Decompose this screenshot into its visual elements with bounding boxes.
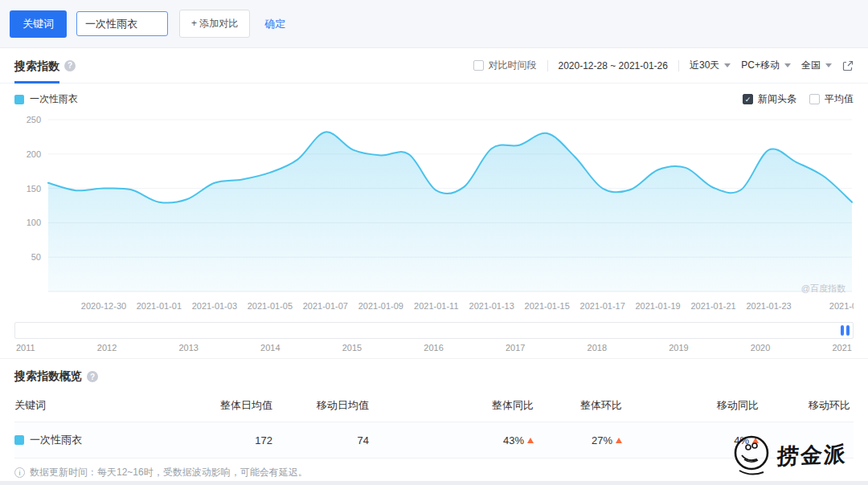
svg-text:2021-01-01: 2021-01-01 bbox=[137, 301, 182, 311]
timeline-year: 2015 bbox=[342, 343, 362, 353]
svg-text:2021-01-17: 2021-01-17 bbox=[580, 301, 625, 311]
date-range-control[interactable]: 2020-12-28 ~ 2021-01-26 bbox=[559, 60, 668, 71]
compare-period-label: 对比时间段 bbox=[489, 59, 537, 72]
timeline-year: 2020 bbox=[751, 343, 770, 353]
table-cell-mobile-daily-avg: 74 bbox=[276, 434, 372, 446]
average-value-checkbox[interactable]: 平均值 bbox=[809, 92, 854, 106]
keyword-color-swatch bbox=[14, 435, 24, 445]
svg-text:2021-01-23: 2021-01-23 bbox=[746, 301, 791, 311]
page-bottom-strip bbox=[0, 481, 868, 485]
note-text: 数据更新时间：每天12~16时，受数据波动影响，可能会有延迟。 bbox=[30, 466, 308, 479]
keyword-input[interactable]: 一次性雨衣 bbox=[76, 11, 168, 36]
news-headlines-label: 新闻头条 bbox=[758, 92, 796, 106]
search-index-card: 搜索指数 ? 对比时间段 2020-12-28 ~ 2021-01-26 近30… bbox=[0, 48, 868, 485]
device-select[interactable]: PC+移动 bbox=[741, 59, 791, 72]
column-header: 整体同比 bbox=[372, 398, 537, 413]
baidu-index-watermark: @百度指数 bbox=[801, 283, 845, 295]
table-cell-keyword: 一次性雨衣 bbox=[14, 433, 199, 447]
up-arrow-icon bbox=[752, 438, 759, 443]
table-cell-overall-mom: 27% bbox=[537, 434, 625, 446]
timeline-handle[interactable] bbox=[841, 325, 850, 336]
timeline-years: 2011201220132014201520162017201820192020… bbox=[14, 339, 854, 358]
up-arrow-icon bbox=[527, 438, 534, 443]
svg-text:50: 50 bbox=[31, 252, 41, 262]
svg-text:2021-01-09: 2021-01-09 bbox=[358, 301, 403, 311]
checkbox-box bbox=[809, 94, 820, 104]
table-cell-mobile-yoy: 4% bbox=[625, 434, 762, 446]
tab-search-index[interactable]: 搜索指数 bbox=[14, 48, 59, 84]
table-cell-overall-daily-avg: 172 bbox=[199, 434, 276, 446]
column-header: 移动同比 bbox=[625, 398, 762, 413]
overview-section: 搜索指数概览 ? 关键词整体日均值移动日均值整体同比整体环比移动同比移动环比 一… bbox=[0, 358, 868, 459]
range-select-value: 近30天 bbox=[690, 59, 719, 72]
search-index-chart[interactable]: 501001502002502020-12-302021-01-012021-0… bbox=[0, 108, 868, 317]
column-header: 关键词 bbox=[14, 398, 199, 413]
table-row[interactable]: 一次性雨衣 172 74 43% 27% 4% bbox=[14, 422, 854, 459]
keyword-button[interactable]: 关键词 bbox=[10, 10, 67, 38]
timeline-track[interactable] bbox=[14, 322, 854, 339]
svg-text:250: 250 bbox=[27, 115, 41, 124]
svg-text:2021-01-13: 2021-01-13 bbox=[469, 301, 514, 311]
overview-title: 搜索指数概览 bbox=[14, 369, 82, 384]
timeline-year: 2021 bbox=[832, 343, 851, 353]
keyword-input-value: 一次性雨衣 bbox=[85, 17, 137, 31]
svg-text:200: 200 bbox=[27, 149, 41, 159]
table-cell-overall-yoy: 43% bbox=[372, 434, 537, 446]
divider bbox=[547, 60, 548, 71]
help-icon[interactable]: ? bbox=[64, 60, 76, 71]
column-header: 整体环比 bbox=[537, 398, 625, 413]
timeline-year: 2018 bbox=[588, 343, 607, 353]
line-chart-canvas[interactable]: 501001502002502020-12-302021-01-012021-0… bbox=[14, 110, 854, 317]
svg-text:2021-01-03: 2021-01-03 bbox=[192, 301, 237, 311]
svg-text:2021-01-26: 2021-01-26 bbox=[829, 301, 854, 311]
chevron-down-icon bbox=[825, 63, 832, 67]
table-header-row: 关键词整体日均值移动日均值整体同比整体环比移动同比移动环比 bbox=[14, 391, 854, 422]
svg-text:2021-01-07: 2021-01-07 bbox=[303, 301, 348, 311]
column-header: 移动环比 bbox=[762, 398, 854, 413]
legend-label: 一次性雨衣 bbox=[30, 92, 78, 106]
help-icon[interactable]: ? bbox=[87, 371, 98, 382]
svg-text:2021-01-15: 2021-01-15 bbox=[525, 301, 570, 311]
card-header: 搜索指数 ? 对比时间段 2020-12-28 ~ 2021-01-26 近30… bbox=[0, 48, 868, 84]
up-arrow-icon bbox=[616, 438, 622, 443]
baidu-index-page: 关键词 一次性雨衣 + 添加对比 确定 搜索指数 ? 对比时间段 2020-12… bbox=[0, 0, 868, 485]
svg-text:2021-01-11: 2021-01-11 bbox=[414, 301, 458, 311]
legend-item[interactable]: 一次性雨衣 bbox=[14, 92, 78, 106]
external-link-icon[interactable] bbox=[842, 60, 854, 71]
divider bbox=[678, 60, 679, 71]
timeline-year: 2014 bbox=[260, 343, 280, 353]
region-select[interactable]: 全国 bbox=[801, 59, 832, 72]
add-compare-button[interactable]: + 添加对比 bbox=[179, 10, 250, 38]
timeline-year: 2013 bbox=[178, 343, 198, 353]
svg-text:2021-01-05: 2021-01-05 bbox=[248, 301, 293, 311]
timeline-year: 2019 bbox=[669, 343, 688, 353]
svg-text:2021-01-19: 2021-01-19 bbox=[635, 301, 680, 311]
svg-text:2020-12-30: 2020-12-30 bbox=[81, 301, 126, 311]
device-select-value: PC+移动 bbox=[741, 59, 780, 72]
svg-text:100: 100 bbox=[27, 218, 41, 227]
timeline-year: 2011 bbox=[16, 343, 35, 353]
legend-color-swatch bbox=[14, 95, 24, 104]
column-header: 移动日均值 bbox=[276, 398, 372, 413]
chevron-down-icon bbox=[784, 63, 791, 67]
timeline-year: 2017 bbox=[506, 343, 525, 353]
chevron-down-icon bbox=[724, 63, 731, 67]
svg-text:2021-01-21: 2021-01-21 bbox=[690, 301, 735, 311]
column-header: 整体日均值 bbox=[199, 398, 276, 413]
svg-text:150: 150 bbox=[27, 184, 41, 194]
confirm-link[interactable]: 确定 bbox=[264, 17, 285, 31]
info-icon: i bbox=[14, 467, 25, 478]
average-value-label: 平均值 bbox=[825, 92, 854, 106]
keyword-text: 一次性雨衣 bbox=[30, 433, 82, 447]
checkbox-box bbox=[473, 60, 484, 71]
legend-row: 一次性雨衣 ✓ 新闻头条 平均值 bbox=[0, 84, 868, 108]
news-headlines-checkbox[interactable]: ✓ 新闻头条 bbox=[743, 92, 796, 106]
range-select[interactable]: 近30天 bbox=[690, 59, 731, 72]
compare-period-checkbox[interactable]: 对比时间段 bbox=[473, 59, 537, 72]
search-toolbar: 关键词 一次性雨衣 + 添加对比 确定 bbox=[0, 0, 868, 48]
region-select-value: 全国 bbox=[801, 59, 821, 72]
checkbox-checked-box: ✓ bbox=[743, 94, 753, 104]
timeline-year: 2012 bbox=[97, 343, 117, 353]
timeline-navigator: 2011201220132014201520162017201820192020… bbox=[0, 317, 868, 358]
timeline-year: 2016 bbox=[424, 343, 443, 353]
